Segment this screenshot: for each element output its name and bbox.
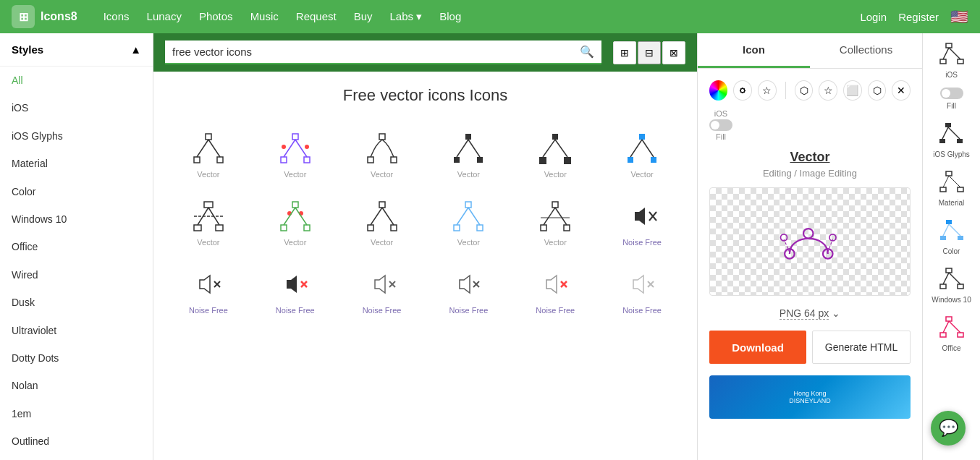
svg-line-84	[949, 48, 960, 59]
style-strip-item-material[interactable]: Material	[937, 167, 966, 207]
generate-html-button[interactable]: Generate HTML	[812, 331, 911, 364]
style-label-office: Office	[942, 344, 961, 352]
icon-cell[interactable]: Vector	[428, 190, 510, 252]
sidebar-item-ultraviolet[interactable]: Ultraviolet	[0, 317, 153, 344]
icon-cell[interactable]: Vector	[255, 122, 336, 184]
fill-label: Fill	[716, 132, 726, 141]
view-toggles: ⊞ ⊟ ⊠	[613, 41, 685, 64]
icon-cell[interactable]: Vector	[255, 190, 336, 252]
view-large-btn[interactable]: ⊠	[662, 41, 685, 64]
right-panel: Icon Collections ⭘ ☆ ⬡ ☆ ⬜ ⬡ ✕ iOS	[698, 33, 922, 460]
svg-rect-31	[194, 225, 201, 231]
office-style-icon	[937, 312, 966, 341]
sidebar-item-wired[interactable]: Wired	[0, 261, 153, 289]
nav-icons[interactable]: Icons	[104, 10, 130, 23]
icon-cell[interactable]: Noise Free	[601, 258, 683, 320]
nav-blog[interactable]: Blog	[439, 10, 461, 23]
icon-cell[interactable]: Noise Free	[168, 258, 249, 320]
tool-btn-4[interactable]: ☆	[819, 80, 837, 101]
icon-cell[interactable]: Vector	[601, 122, 683, 184]
icon-cell[interactable]: Vector	[342, 122, 423, 184]
tab-icon[interactable]: Icon	[698, 33, 810, 68]
icon-cell[interactable]: Vector	[342, 190, 423, 252]
nav-music[interactable]: Music	[250, 10, 279, 23]
tool-btn-1[interactable]: ⭘	[733, 80, 752, 101]
color-picker[interactable]	[709, 80, 727, 101]
download-button[interactable]: Download	[709, 331, 806, 364]
search-input[interactable]	[172, 46, 580, 58]
main-layout: Styles ▲ All iOS iOS Glyphs Material Col…	[0, 33, 980, 460]
sidebar-item-color[interactable]: Color	[0, 178, 153, 205]
svg-line-56	[544, 208, 555, 225]
svg-rect-101	[940, 284, 946, 289]
svg-rect-32	[216, 225, 223, 231]
nav-lunacy[interactable]: Lunacy	[147, 10, 182, 23]
icon-cell[interactable]: Vector	[515, 190, 596, 252]
search-icon[interactable]: 🔍	[580, 45, 594, 59]
sidebar-item-nolan[interactable]: Nolan	[0, 372, 153, 399]
sidebar-item-dusk[interactable]: Dusk	[0, 289, 153, 316]
svg-line-46	[371, 208, 382, 225]
sidebar-item-office[interactable]: Office	[0, 233, 153, 260]
style-label-ios: iOS	[945, 71, 958, 79]
nav-links: Icons Lunacy Photos Music Request Buy La…	[104, 10, 846, 23]
tool-btn-7[interactable]: ✕	[892, 80, 911, 101]
tab-collections[interactable]: Collections	[810, 33, 922, 68]
sidebar-item-all[interactable]: All	[0, 67, 153, 94]
nav-request[interactable]: Request	[296, 10, 337, 23]
icon-cell[interactable]: Vector	[168, 190, 249, 252]
format-select[interactable]: PNG 64 px ⌄	[709, 307, 911, 319]
detail-icon-category: Editing / Image Editing	[709, 168, 911, 179]
svg-line-41	[284, 208, 295, 225]
view-list-btn[interactable]: ⊞	[613, 41, 636, 64]
style-strip-item-windows10[interactable]: Windows 10	[932, 264, 971, 304]
tool-btn-3[interactable]: ⬡	[795, 80, 814, 101]
sidebar-item-outlined[interactable]: Outlined	[0, 427, 153, 455]
nav-buy[interactable]: Buy	[354, 10, 373, 23]
nav-login[interactable]: Login	[860, 11, 887, 23]
sidebar-item-ios[interactable]: iOS	[0, 94, 153, 122]
icon-cell[interactable]: Noise Free	[342, 258, 423, 320]
tool-btn-6[interactable]: ⬡	[868, 80, 887, 101]
svg-line-10	[284, 140, 295, 157]
sidebar-item-ios-glyphs[interactable]: iOS Glyphs	[0, 122, 153, 150]
svg-rect-25	[639, 134, 645, 140]
svg-rect-14	[391, 157, 397, 163]
sidebar-item-material[interactable]: Material	[0, 150, 153, 177]
style-strip-item-ios-glyphs[interactable]: iOS Glyphs	[933, 119, 970, 158]
svg-line-108	[943, 321, 949, 333]
sidebar-item-windows10[interactable]: Windows 10	[0, 205, 153, 233]
icon-cell[interactable]: Noise Free	[601, 190, 683, 252]
style-fill-toggle[interactable]	[940, 88, 963, 99]
nav-labs[interactable]: Labs ▾	[390, 10, 423, 23]
sidebar-item-1em[interactable]: 1em	[0, 400, 153, 427]
tool-btn-2[interactable]: ☆	[758, 80, 777, 101]
chat-bubble[interactable]: 💬	[931, 411, 966, 446]
style-strip-toggle: Fill	[940, 88, 963, 110]
logo[interactable]: ⊞ Icons8	[12, 5, 77, 28]
svg-rect-37	[281, 225, 287, 231]
disneyland-ad[interactable]: Hong KongDISNEYLAND	[709, 375, 911, 419]
detail-icon-name: Vector	[709, 150, 911, 165]
view-grid-btn[interactable]: ⊟	[638, 41, 661, 64]
fill-toggle[interactable]	[709, 119, 732, 131]
nav-register[interactable]: Register	[898, 11, 939, 23]
icon-cell[interactable]: Noise Free	[428, 258, 510, 320]
icon-cell[interactable]: Noise Free	[255, 258, 336, 320]
icon-cell[interactable]: Vector	[428, 122, 510, 184]
language-flag[interactable]: 🇺🇸	[950, 8, 968, 25]
ios-label: iOS	[714, 109, 727, 118]
sidebar-item-dotty-dots[interactable]: Dotty Dots	[0, 344, 153, 372]
icon-label: Vector	[544, 170, 567, 179]
collapse-icon[interactable]: ▲	[130, 43, 141, 56]
style-strip-item-ios[interactable]: iOS	[937, 39, 966, 79]
tool-btn-5[interactable]: ⬜	[843, 80, 862, 101]
sidebar-item-rounded[interactable]: Rounded	[0, 455, 153, 460]
style-label-material: Material	[939, 199, 965, 207]
style-strip-item-office[interactable]: Office	[937, 312, 966, 352]
style-strip-item-color[interactable]: Color	[937, 216, 966, 255]
icon-cell[interactable]: Vector	[515, 122, 596, 184]
nav-photos[interactable]: Photos	[199, 10, 233, 23]
icon-cell[interactable]: Vector	[168, 122, 249, 184]
icon-cell[interactable]: Noise Free	[515, 258, 596, 320]
